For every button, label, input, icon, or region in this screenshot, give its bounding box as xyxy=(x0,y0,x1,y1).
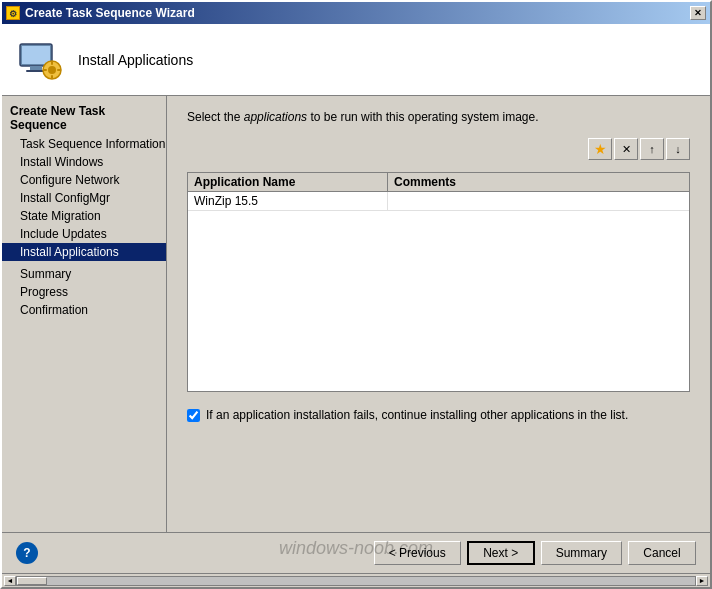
sidebar: Create New Task Sequence Task Sequence I… xyxy=(2,96,167,532)
footer-left: ? xyxy=(16,542,38,564)
scroll-track[interactable] xyxy=(16,576,696,586)
header-title: Install Applications xyxy=(78,52,193,68)
scroll-right-arrow[interactable]: ► xyxy=(696,576,708,586)
scroll-left-arrow[interactable]: ◄ xyxy=(4,576,16,586)
sidebar-item-include-updates[interactable]: Include Updates xyxy=(2,225,166,243)
sidebar-item-install-configmgr[interactable]: Install ConfigMgr xyxy=(2,189,166,207)
content-area: Create New Task Sequence Task Sequence I… xyxy=(2,96,710,532)
footer-right: < Previous Next > Summary Cancel xyxy=(374,541,696,565)
sidebar-item-summary[interactable]: Summary xyxy=(2,265,166,283)
move-up-button[interactable]: ↑ xyxy=(640,138,664,160)
svg-rect-7 xyxy=(51,75,53,79)
app-comments-cell xyxy=(388,192,689,210)
window-title: Create Task Sequence Wizard xyxy=(25,6,195,20)
app-list-header: Application Name Comments xyxy=(188,173,689,192)
horizontal-scrollbar: ◄ ► xyxy=(2,573,710,587)
app-name-cell: WinZip 15.5 xyxy=(188,192,388,210)
svg-point-5 xyxy=(48,66,56,74)
table-row[interactable]: WinZip 15.5 xyxy=(188,192,689,211)
svg-rect-2 xyxy=(30,66,42,70)
sidebar-section-header: Create New Task Sequence xyxy=(2,101,166,135)
remove-application-button[interactable]: ✕ xyxy=(614,138,638,160)
next-button[interactable]: Next > xyxy=(467,541,535,565)
header-area: Install Applications xyxy=(2,24,710,96)
summary-button[interactable]: Summary xyxy=(541,541,622,565)
instruction-text: Select the applications to be run with t… xyxy=(187,110,690,124)
title-bar: ⚙ Create Task Sequence Wizard ✕ xyxy=(2,2,710,24)
application-list-container: Application Name Comments WinZip 15.5 xyxy=(187,172,690,392)
close-button[interactable]: ✕ xyxy=(690,6,706,20)
sidebar-item-progress[interactable]: Progress xyxy=(2,283,166,301)
header-icon xyxy=(16,36,64,84)
sidebar-item-state-migration[interactable]: State Migration xyxy=(2,207,166,225)
move-down-button[interactable]: ↓ xyxy=(666,138,690,160)
sidebar-item-install-applications[interactable]: Install Applications xyxy=(2,243,166,261)
col-header-comments: Comments xyxy=(388,173,689,191)
continue-install-checkbox[interactable] xyxy=(187,409,200,422)
cancel-button[interactable]: Cancel xyxy=(628,541,696,565)
add-application-button[interactable]: ★ xyxy=(588,138,612,160)
wizard-window: ⚙ Create Task Sequence Wizard ✕ Install xyxy=(0,0,712,589)
svg-rect-1 xyxy=(22,46,50,64)
svg-rect-6 xyxy=(51,61,53,65)
scroll-thumb[interactable] xyxy=(17,577,47,585)
svg-rect-9 xyxy=(57,69,61,71)
previous-button[interactable]: < Previous xyxy=(374,541,461,565)
sidebar-item-task-sequence-info[interactable]: Task Sequence Information xyxy=(2,135,166,153)
checkbox-row: If an application installation fails, co… xyxy=(187,408,690,422)
help-button[interactable]: ? xyxy=(16,542,38,564)
sidebar-item-install-windows[interactable]: Install Windows xyxy=(2,153,166,171)
sidebar-item-configure-network[interactable]: Configure Network xyxy=(2,171,166,189)
svg-rect-8 xyxy=(43,69,47,71)
checkbox-label[interactable]: If an application installation fails, co… xyxy=(206,408,628,422)
col-header-app-name: Application Name xyxy=(188,173,388,191)
footer-area: ? < Previous Next > Summary Cancel xyxy=(2,532,710,573)
window-icon: ⚙ xyxy=(6,6,20,20)
instruction-italic: applications xyxy=(244,110,307,124)
main-panel: Select the applications to be run with t… xyxy=(167,96,710,532)
app-list-body: WinZip 15.5 xyxy=(188,192,689,211)
title-bar-left: ⚙ Create Task Sequence Wizard xyxy=(6,6,195,20)
sidebar-item-confirmation[interactable]: Confirmation xyxy=(2,301,166,319)
toolbar-row: ★ ✕ ↑ ↓ xyxy=(187,138,690,160)
